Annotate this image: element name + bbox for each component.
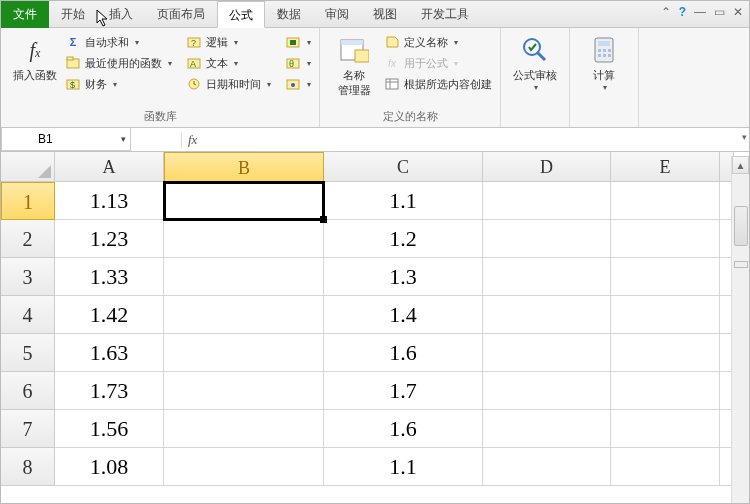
column-header[interactable]: B — [164, 152, 324, 182]
math-trig-button[interactable]: θ ▾ — [285, 55, 311, 71]
lookup-ref-button[interactable]: ▾ — [285, 34, 311, 50]
row-header[interactable]: 1 — [1, 182, 55, 220]
more-functions-button[interactable]: ▾ — [285, 76, 311, 92]
cell[interactable] — [611, 296, 720, 334]
cell[interactable]: 1.23 — [55, 220, 164, 258]
column-header[interactable]: D — [483, 152, 611, 182]
vertical-scrollbar[interactable]: ▲ — [731, 156, 749, 503]
tab-data[interactable]: 数据 — [265, 1, 313, 28]
row-header[interactable]: 5 — [1, 334, 55, 372]
tab-page-layout[interactable]: 页面布局 — [145, 1, 217, 28]
cell[interactable] — [164, 410, 324, 448]
close-icon[interactable]: ✕ — [733, 5, 743, 19]
cell[interactable]: 1.7 — [324, 372, 483, 410]
cell[interactable] — [611, 448, 720, 486]
formula-bar-expand-icon[interactable]: ▾ — [742, 132, 747, 142]
cell[interactable] — [483, 410, 611, 448]
recent-label: 最近使用的函数 — [85, 56, 162, 71]
text-button[interactable]: A 文本 ▾ — [186, 55, 271, 71]
cell[interactable] — [164, 372, 324, 410]
cell[interactable] — [164, 258, 324, 296]
row-header[interactable]: 2 — [1, 220, 55, 258]
cell[interactable] — [483, 372, 611, 410]
cell[interactable] — [483, 448, 611, 486]
name-box[interactable]: B1 ▾ — [1, 128, 131, 151]
cell[interactable] — [611, 182, 720, 220]
row-header[interactable]: 7 — [1, 410, 55, 448]
row-header[interactable]: 4 — [1, 296, 55, 334]
cell[interactable]: 1.1 — [324, 448, 483, 486]
calculation-button[interactable]: 计算 ▾ — [578, 32, 630, 92]
cell[interactable] — [483, 334, 611, 372]
datetime-label: 日期和时间 — [206, 77, 261, 92]
cell[interactable] — [164, 448, 324, 486]
cell[interactable] — [483, 296, 611, 334]
formula-input[interactable] — [203, 128, 749, 151]
logical-label: 逻辑 — [206, 35, 228, 50]
cell[interactable]: 1.6 — [324, 334, 483, 372]
help-icon[interactable]: ? — [679, 5, 686, 19]
tab-file[interactable]: 文件 — [1, 1, 49, 28]
row-header[interactable]: 3 — [1, 258, 55, 296]
recent-functions-button[interactable]: 最近使用的函数 ▾ — [65, 55, 172, 71]
cell[interactable]: 1.4 — [324, 296, 483, 334]
spreadsheet-grid[interactable]: ABCDE11.131.121.231.231.331.341.421.451.… — [1, 152, 749, 486]
logical-button[interactable]: ? 逻辑 ▾ — [186, 34, 271, 50]
row-header[interactable]: 8 — [1, 448, 55, 486]
define-name-button[interactable]: 定义名称 ▾ — [384, 34, 492, 50]
insert-function-button[interactable]: fx 插入函数 — [9, 32, 61, 83]
fx-icon[interactable]: fx — [181, 132, 203, 148]
tab-home[interactable]: 开始 — [49, 1, 97, 28]
create-from-selection-button[interactable]: 根据所选内容创建 — [384, 76, 492, 92]
cell[interactable]: 1.33 — [55, 258, 164, 296]
column-header[interactable]: A — [55, 152, 164, 182]
cell[interactable]: 1.3 — [324, 258, 483, 296]
tab-view[interactable]: 视图 — [361, 1, 409, 28]
tab-review[interactable]: 审阅 — [313, 1, 361, 28]
cell[interactable]: 1.1 — [324, 182, 483, 220]
cell[interactable] — [164, 296, 324, 334]
cell[interactable] — [164, 334, 324, 372]
cell[interactable]: 1.2 — [324, 220, 483, 258]
cell[interactable]: 1.56 — [55, 410, 164, 448]
tab-developer[interactable]: 开发工具 — [409, 1, 481, 28]
cell[interactable] — [611, 220, 720, 258]
scroll-up-icon[interactable]: ▲ — [732, 156, 749, 174]
select-all-corner[interactable] — [1, 152, 55, 182]
cell[interactable] — [483, 258, 611, 296]
svg-rect-10 — [290, 40, 296, 45]
cell[interactable]: 1.73 — [55, 372, 164, 410]
cell[interactable] — [164, 182, 324, 220]
financial-button[interactable]: $ 财务 ▾ — [65, 76, 172, 92]
chevron-down-icon[interactable]: ▾ — [121, 134, 126, 144]
cell[interactable] — [483, 220, 611, 258]
column-header[interactable]: C — [324, 152, 483, 182]
window-controls: ⌃ ? — ▭ ✕ — [661, 5, 743, 19]
row-header[interactable]: 6 — [1, 372, 55, 410]
column-header[interactable]: E — [611, 152, 720, 182]
formula-audit-button[interactable]: 公式审核 ▾ — [509, 32, 561, 92]
minimize-icon[interactable]: — — [694, 5, 706, 19]
cell[interactable] — [611, 372, 720, 410]
cell[interactable] — [164, 220, 324, 258]
cell[interactable] — [611, 258, 720, 296]
tag-icon — [384, 34, 400, 50]
cell[interactable] — [611, 334, 720, 372]
cell[interactable]: 1.6 — [324, 410, 483, 448]
cell[interactable] — [611, 410, 720, 448]
autosum-button[interactable]: Σ 自动求和 ▾ — [65, 34, 172, 50]
restore-icon[interactable]: ▭ — [714, 5, 725, 19]
ribbon-minimize-icon[interactable]: ⌃ — [661, 5, 671, 19]
tab-insert[interactable]: 插入 — [97, 1, 145, 28]
cell[interactable]: 1.63 — [55, 334, 164, 372]
cell[interactable]: 1.13 — [55, 182, 164, 220]
svg-rect-29 — [603, 54, 606, 57]
tab-formulas[interactable]: 公式 — [217, 1, 265, 28]
scroll-thumb[interactable] — [734, 206, 748, 246]
datetime-button[interactable]: 日期和时间 ▾ — [186, 76, 271, 92]
split-handle[interactable] — [734, 261, 748, 268]
cell[interactable]: 1.42 — [55, 296, 164, 334]
use-in-formula-label: 用于公式 — [404, 56, 448, 71]
cell[interactable]: 1.08 — [55, 448, 164, 486]
cell[interactable] — [483, 182, 611, 220]
